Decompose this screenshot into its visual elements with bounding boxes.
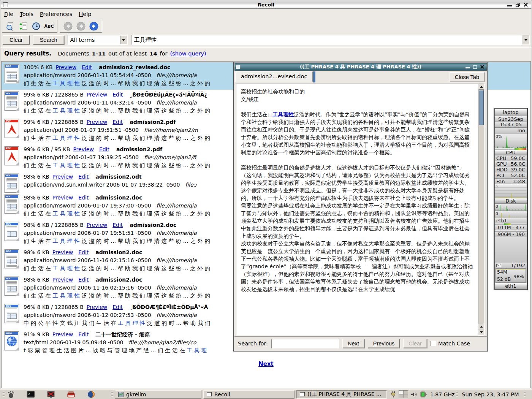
menu-file[interactable]: File: [4, 11, 13, 17]
temp-row: HDD39.0C: [495, 167, 527, 173]
workspace-3[interactable]: [399, 394, 403, 398]
taskbar-button-preview[interactable]: ((工 PHRASE 4 具 PHRASE ...: [296, 390, 387, 399]
gkrellm-button-icon[interactable]: [496, 185, 498, 187]
edit-link[interactable]: Edit: [112, 304, 123, 310]
terminal-launcher-icon[interactable]: [26, 390, 35, 399]
panel-handle[interactable]: [3, 391, 5, 398]
result-score-size: 98% 6 KB: [24, 277, 49, 283]
edit-link[interactable]: Edit: [78, 331, 89, 337]
panel-handle[interactable]: [111, 391, 113, 398]
preview-link[interactable]: Preview: [52, 249, 73, 255]
cpu-chart[interactable]: 0%: [495, 134, 527, 148]
typewriter-launcher-icon[interactable]: [66, 390, 76, 399]
edit-link[interactable]: Edit: [112, 222, 123, 228]
find-clear-button[interactable]: Clear: [403, 339, 427, 348]
preview-scrollbar[interactable]: [478, 84, 484, 335]
match-case-checkbox[interactable]: [431, 341, 436, 346]
show-query-link[interactable]: (show query): [170, 51, 206, 57]
preview-link[interactable]: Preview: [87, 222, 108, 228]
find-input[interactable]: [271, 339, 339, 348]
search-history-chevron-icon[interactable]: [522, 35, 529, 44]
gnome-menu-icon[interactable]: [6, 390, 15, 399]
edit-link[interactable]: Edit: [112, 119, 123, 125]
taskbar-button-recoll[interactable]: Recoll: [203, 390, 294, 399]
panel-handle[interactable]: [456, 391, 458, 398]
edit-link[interactable]: Edit: [78, 277, 89, 283]
menu-preferences[interactable]: Preferences: [40, 11, 72, 17]
memory-panel[interactable]: 54M 98% 52 dB: [496, 268, 526, 283]
recoll-titlebar[interactable]: Recoll: [1, 1, 531, 9]
volume-icon[interactable]: [410, 391, 418, 398]
preview-text-area[interactable]: 高校招生的社会功能和目的 文/钱江 我们生活在□工具理性泛滥的时代。作为“世之显…: [236, 84, 484, 336]
edit-link[interactable]: Edit: [82, 64, 92, 70]
workspace-4[interactable]: [404, 394, 408, 398]
history-clock-icon[interactable]: [31, 21, 41, 31]
search-button[interactable]: Search: [33, 35, 64, 44]
fan-chart[interactable]: [495, 184, 527, 198]
search-mode-select[interactable]: All terms: [68, 35, 128, 45]
edit-link[interactable]: Edit: [112, 92, 123, 98]
maximize-icon[interactable]: [516, 3, 520, 7]
preview-link[interactable]: Preview: [52, 331, 73, 337]
panel-handle[interactable]: [524, 391, 526, 398]
preview-link[interactable]: Preview: [87, 92, 108, 98]
preview-tab[interactable]: admission2...evised.doc: [235, 71, 313, 82]
cpufreq-icon[interactable]: [420, 391, 427, 398]
workspace-switcher[interactable]: [399, 390, 408, 398]
chevron-down-icon[interactable]: [120, 36, 127, 44]
scrollbar-thumb[interactable]: [479, 90, 484, 125]
clear-button[interactable]: Clear: [3, 35, 30, 44]
edit-link[interactable]: Edit: [78, 174, 89, 180]
edit-link[interactable]: Edit: [78, 249, 89, 255]
preview-document-icon[interactable]: [5, 21, 15, 31]
menu-help[interactable]: Help: [79, 11, 91, 17]
taskbar-clock[interactable]: Sun Sep 23, 3:47 PM: [462, 391, 519, 397]
preview-heading: 高校招生的社会功能和目的: [241, 88, 474, 95]
preview-link[interactable]: Preview: [52, 277, 73, 283]
back-icon-disabled-2[interactable]: [76, 21, 86, 31]
taskbar-button-gkrellm[interactable]: gkrellm: [115, 390, 201, 399]
preview-link[interactable]: Preview: [87, 304, 108, 310]
preview-link[interactable]: Preview: [56, 64, 77, 70]
edit-link[interactable]: Edit: [78, 195, 89, 201]
menu-tools[interactable]: Tools: [20, 11, 33, 17]
close-icon[interactable]: [523, 2, 528, 7]
next-page-link[interactable]: Next: [258, 361, 274, 367]
workspace-1-active[interactable]: [399, 391, 403, 394]
close-tab-button[interactable]: Close Tab: [450, 72, 484, 82]
disk-read-chart[interactable]: 0: [495, 204, 527, 211]
match-case-option[interactable]: Match Case: [431, 340, 470, 347]
preview-byline: 文/钱江: [241, 95, 474, 103]
preview-close-icon[interactable]: [480, 65, 484, 69]
minimize-icon[interactable]: [507, 5, 512, 6]
scroll-down-icon[interactable]: [478, 329, 484, 335]
forward-icon[interactable]: [89, 21, 99, 31]
back-icon-disabled[interactable]: [63, 21, 73, 31]
sort-results-icon[interactable]: [18, 21, 28, 31]
power-plug-icon[interactable]: [390, 391, 396, 398]
preview-titlebar[interactable]: ((工 PHRASE 4 具 PHRASE 4 理 PHRASE 4 性)): [234, 63, 487, 71]
workspace-2[interactable]: [404, 391, 408, 394]
preview-maximize-icon[interactable]: [473, 65, 477, 69]
scroll-up-icon[interactable]: [478, 84, 484, 90]
find-previous-button[interactable]: Previous: [368, 339, 400, 348]
menubar: File Tools Preferences Help: [0, 9, 532, 19]
scroll-up-icon-bottom[interactable]: [478, 324, 484, 329]
gkrellm-monitor[interactable]: laptop Sun23Sep 15:47 05 mo 0% CPU CPU59…: [494, 108, 527, 290]
net-krell: [495, 223, 527, 225]
edit-link[interactable]: Edit: [99, 146, 109, 152]
tab-indicator: [313, 71, 315, 82]
result-score-size: 98% 6 KB: [24, 174, 49, 180]
preview-link[interactable]: Preview: [73, 146, 94, 152]
preview-link[interactable]: Preview: [87, 119, 108, 125]
firefox-launcher-icon[interactable]: [87, 390, 96, 399]
term-explorer-icon[interactable]: ÅBĈ: [44, 21, 54, 31]
find-next-button[interactable]: Next: [342, 339, 364, 348]
disk-write-chart[interactable]: 0: [495, 211, 527, 218]
result-mime-date: application/pdf 2006-01-07 19:51:51 -050…: [24, 127, 139, 133]
preview-link[interactable]: Preview: [52, 195, 73, 201]
screensaver-launcher-icon[interactable]: [46, 390, 55, 399]
preview-link[interactable]: Preview: [52, 174, 73, 180]
search-input[interactable]: [131, 35, 522, 44]
preview-minimize-icon[interactable]: [466, 67, 470, 68]
